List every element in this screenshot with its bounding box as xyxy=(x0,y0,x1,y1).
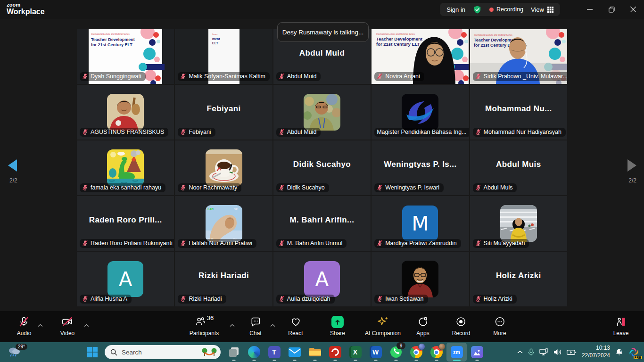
participant-tile[interactable]: CAMSP29 10PMHafifah Nur Azmi Pratiwi xyxy=(175,196,272,251)
video-button[interactable]: Video xyxy=(60,315,74,337)
chat-button[interactable]: Chat xyxy=(249,315,261,337)
taskbar-app-whatsapp[interactable]: 9 xyxy=(386,343,406,362)
copilot-pre-badge: PRE xyxy=(634,356,642,359)
taskbar-app-chrome-1[interactable] xyxy=(406,343,426,362)
participant-name: Noor Rachmawaty xyxy=(189,184,237,191)
participant-tile[interactable]: Noor Rachmawaty xyxy=(175,140,272,195)
participant-tile[interactable]: AAulia dzulqoidah xyxy=(273,252,371,306)
search-placeholder: Search xyxy=(122,349,201,356)
taskbar-app-zoom[interactable]: zm xyxy=(446,343,467,362)
taskbar-app-mail[interactable] xyxy=(284,343,305,362)
taskbar-app-word[interactable]: W xyxy=(365,343,386,362)
logo-workplace-text: Workplace xyxy=(7,8,45,16)
participant-tile[interactable]: FebiyaniFebiyani xyxy=(175,85,272,140)
participant-tile[interactable]: MMardliya Pratiwi Zamruddin xyxy=(372,196,469,251)
participant-tile[interactable]: Holiz ArizkiHoliz Arizki xyxy=(470,252,567,306)
participants-options-caret[interactable] xyxy=(230,321,235,329)
start-button[interactable] xyxy=(83,343,102,362)
more-button[interactable]: More xyxy=(493,315,506,337)
taskbar-app-chrome-2[interactable] xyxy=(426,343,446,362)
participant-tile[interactable]: Weningtyas P. Is...Weningtyas P. Iswari xyxy=(372,140,469,195)
taskbar-app-photos[interactable] xyxy=(467,343,487,362)
svg-text:SP: SP xyxy=(234,208,238,211)
participant-tile[interactable]: Iwan Setiawan xyxy=(372,252,469,306)
react-button[interactable]: React xyxy=(288,315,303,337)
apps-button[interactable]: Apps xyxy=(416,315,429,337)
taskbar-app-file-explorer[interactable] xyxy=(305,343,325,362)
participant-tile[interactable]: Abdul Muid xyxy=(273,85,371,140)
mic-muted-icon xyxy=(82,240,88,247)
participant-name: famala eka sanhadi rahayu xyxy=(91,184,161,191)
running-indicator xyxy=(414,360,418,361)
svg-text:for 21st Century ELT: for 21st Century ELT xyxy=(474,43,515,48)
tray-display-icon[interactable] xyxy=(539,348,548,356)
taskbar-app-task-view[interactable] xyxy=(223,343,244,362)
audio-options-caret[interactable] xyxy=(38,321,43,329)
chat-bubble-icon xyxy=(250,315,261,328)
mic-muted-icon xyxy=(180,296,186,302)
sign-in-button[interactable]: Sign in xyxy=(446,6,465,13)
participant-tile[interactable]: famala eka sanhadi rahayu xyxy=(77,140,174,195)
react-label: React xyxy=(288,330,303,337)
tray-battery-icon[interactable] xyxy=(567,349,577,355)
tray-speaker-icon[interactable] xyxy=(553,349,561,355)
participants-button[interactable]: 36 Participants xyxy=(190,315,219,337)
svg-text:Teacher Development: Teacher Development xyxy=(376,36,423,41)
mic-muted-icon xyxy=(279,296,285,302)
recording-dot-icon xyxy=(489,8,494,12)
share-button[interactable]: Share xyxy=(330,315,345,337)
participant-tile[interactable]: Abdul MuisAbdul Muis xyxy=(470,140,567,195)
close-button[interactable] xyxy=(622,0,644,19)
view-button[interactable]: View xyxy=(531,6,553,13)
chat-options-caret[interactable] xyxy=(270,321,275,329)
security-shield-icon[interactable] xyxy=(473,5,482,14)
participant-tile[interactable]: AAlifia Husna A xyxy=(77,252,174,306)
minimize-button[interactable] xyxy=(579,0,601,19)
participant-tile[interactable]: Rizki HariadiRizki Hariadi xyxy=(175,252,272,306)
recording-indicator[interactable]: Recording xyxy=(489,6,523,13)
participant-name: Novira Anjani xyxy=(385,73,420,80)
participant-tile[interactable]: Siti Mu'ayyadah xyxy=(470,196,567,251)
participant-tile[interactable]: M. Bahri Arifin...M. Bahri Arifin Unmul xyxy=(273,196,371,251)
copilot-icon[interactable]: PRE xyxy=(628,347,639,358)
tray-notification-bell-icon[interactable]: z xyxy=(615,348,623,356)
participant-name: Malik Sofyan-Sanimas Kaltim xyxy=(189,73,265,80)
running-indicator xyxy=(374,360,377,361)
tray-chevron-icon[interactable] xyxy=(517,350,523,354)
taskbar-app-excel[interactable]: X xyxy=(345,343,365,362)
restore-button[interactable] xyxy=(601,0,622,19)
participant-tile[interactable]: SeriesmentELTMalik Sofyan-Sanimas Kaltim xyxy=(175,29,272,84)
participant-nameplate: Didik Sucahyo xyxy=(276,183,329,192)
leave-button[interactable]: Leave xyxy=(613,315,629,337)
participant-nameplate: Abdul Muis xyxy=(473,183,517,192)
page-indicator-left: 2/2 xyxy=(9,177,17,184)
taskbar-app-pdf-reader[interactable] xyxy=(325,343,345,362)
participant-tile[interactable]: Mohammad Nu...Mohammad Nur Hadiyansyah xyxy=(470,85,567,140)
search-highlight-illustration[interactable] xyxy=(201,347,218,357)
ai-companion-button[interactable]: AI Companion xyxy=(365,315,401,337)
weather-widget[interactable]: 29° xyxy=(8,346,21,357)
tray-clock[interactable]: 10:13 22/07/2024 xyxy=(582,345,610,359)
taskbar-app-edge[interactable] xyxy=(244,343,264,362)
record-button[interactable]: Record xyxy=(452,315,471,337)
participant-tile[interactable]: International Lecture and Webinar Series… xyxy=(470,29,567,84)
apps-label: Apps xyxy=(416,330,429,337)
running-indicator xyxy=(354,360,357,361)
participant-tile[interactable]: Didik SucahyoDidik Sucahyo xyxy=(273,140,371,195)
participant-nameplate: Mohammad Nur Hadiyansyah xyxy=(473,128,566,137)
participant-tile[interactable]: Magister Pendidikan Bahasa Ing... xyxy=(372,85,469,140)
mic-muted-icon xyxy=(82,184,88,191)
audio-button[interactable]: Audio xyxy=(17,315,32,337)
participant-nameplate: Sidik Prabowo _Univ. Mulawar... xyxy=(473,72,567,81)
participant-nameplate: Malik Sofyan-Sanimas Kaltim xyxy=(178,72,270,81)
video-options-caret[interactable] xyxy=(84,321,89,329)
tray-microphone-icon[interactable] xyxy=(528,348,534,356)
next-page-arrow[interactable] xyxy=(627,159,636,172)
previous-page-arrow[interactable] xyxy=(8,159,17,172)
taskbar-app-teams[interactable]: T xyxy=(264,343,284,362)
participant-tile[interactable]: International Lecture and Webinar Series… xyxy=(372,29,469,84)
participant-tile[interactable]: International Lecture and Webinar Series… xyxy=(77,29,174,84)
taskbar-search-input[interactable]: Search xyxy=(105,345,221,359)
participant-tile[interactable]: AGUSTINUS FRANSISKUS xyxy=(77,85,174,140)
participant-tile[interactable]: Raden Roro Prili...Raden Roro Priliani R… xyxy=(77,196,174,251)
